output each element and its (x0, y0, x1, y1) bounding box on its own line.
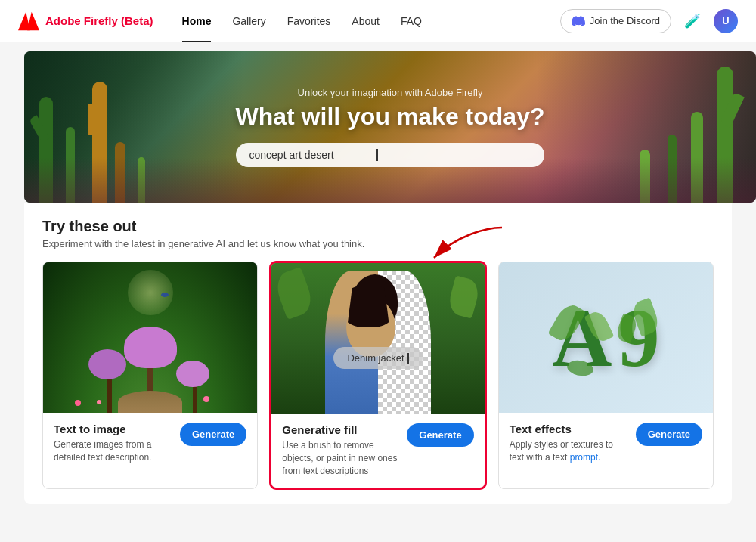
main-content: Try these out Experiment with the latest… (24, 203, 732, 504)
discord-icon (572, 14, 585, 28)
hero-content: Unlock your imagination with Adobe Firef… (236, 87, 545, 167)
card-info-generative-fill: Generative fill Use a brush to remove ob… (282, 423, 401, 477)
card-title-text-to-image: Text to image (54, 423, 174, 435)
header: Adobe Firefly (Beta) Home Gallery Favori… (0, 0, 756, 42)
flask-button[interactable]: 🧪 (680, 9, 705, 33)
card-desc-generative-fill: Use a brush to remove objects, or paint … (282, 439, 401, 477)
card-text-effects: A 9 (498, 262, 714, 489)
nav-item-about[interactable]: About (341, 0, 390, 42)
text-effects-link[interactable]: prompt. (570, 452, 601, 463)
generate-button-text-effects[interactable]: Generate (636, 423, 702, 446)
discord-button-label: Join the Discord (590, 15, 660, 26)
nav-item-gallery[interactable]: Gallery (222, 0, 276, 42)
gen-fill-cursor (407, 353, 409, 364)
section-subtitle: Experiment with the latest in generative… (42, 238, 714, 249)
card-info-text-to-image: Text to image Generate images from a det… (54, 423, 174, 464)
arrow-annotation (411, 220, 517, 265)
card-body-text-to-image: Text to image Generate images from a det… (43, 413, 257, 475)
hero-search-bar[interactable] (236, 143, 545, 167)
card-image-text-to-image (43, 262, 257, 413)
brand-name: Adobe Firefly (Beta) (45, 14, 153, 27)
generate-button-generative-fill[interactable]: Generate (407, 423, 473, 447)
nav-item-faq[interactable]: FAQ (390, 0, 432, 42)
hero-title: What will you make today? (236, 103, 545, 131)
card-title-text-effects: Text effects (510, 423, 630, 435)
generative-fill-input-value: Denim jacket (347, 352, 404, 364)
card-generative-fill: Denim jacket Generative fill Use a brush… (270, 262, 485, 489)
nav-item-favorites[interactable]: Favorites (277, 0, 342, 42)
card-body-generative-fill: Generative fill Use a brush to remove ob… (271, 414, 484, 488)
section-title: Try these out (42, 218, 714, 235)
hero-subtitle: Unlock your imagination with Adobe Firef… (236, 87, 545, 98)
generative-fill-overlay: Denim jacket (271, 263, 484, 414)
user-avatar[interactable]: U (714, 9, 738, 33)
card-info-text-effects: Text effects Apply styles or textures to… (510, 423, 630, 464)
card-image-text-effects: A 9 (499, 262, 713, 413)
cursor (376, 149, 378, 161)
generate-button-text-to-image[interactable]: Generate (180, 423, 246, 446)
adobe-logo-icon (18, 11, 39, 32)
logo[interactable]: Adobe Firefly (Beta) (18, 11, 153, 32)
card-desc-text-to-image: Generate images from a detailed text des… (54, 438, 174, 464)
card-body-text-effects: Text effects Apply styles or textures to… (499, 413, 713, 475)
cards-grid: Text to image Generate images from a det… (42, 262, 714, 489)
header-actions: Join the Discord 🧪 U (560, 9, 738, 33)
svg-marker-1 (18, 11, 30, 29)
hero-search-input[interactable] (249, 149, 370, 161)
main-nav: Home Gallery Favorites About FAQ (172, 0, 560, 42)
card-text-to-image: Text to image Generate images from a det… (42, 262, 258, 489)
hero-banner: Unlock your imagination with Adobe Firef… (24, 51, 756, 203)
nav-item-home[interactable]: Home (172, 0, 222, 42)
card-desc-text-effects: Apply styles or textures to text with a … (510, 438, 630, 464)
discord-button[interactable]: Join the Discord (560, 9, 671, 33)
card-title-generative-fill: Generative fill (282, 423, 401, 436)
card-image-generative-fill: Denim jacket (271, 263, 484, 414)
